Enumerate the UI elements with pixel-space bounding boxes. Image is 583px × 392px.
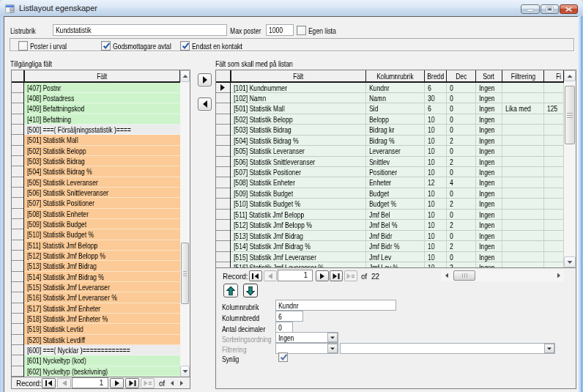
row-selector[interactable] [12,135,23,145]
selected-field-cell[interactable]: [509] Statistik Budget [231,188,366,199]
selected-field-cell[interactable]: Ingen [476,114,502,125]
available-field-cell[interactable]: [508] Statistik Enheter [24,209,180,219]
selected-field-cell[interactable]: Bidrag % [366,136,425,146]
selected-first-record-button[interactable] [249,270,262,281]
available-scroll-down-button[interactable] [180,366,190,377]
selected-field-row[interactable]: [501] Statistik MallSid60IngenLika med12… [216,103,564,114]
available-field-row[interactable]: [515] Statistik Jmf Leveranser [12,282,180,292]
selected-field-cell[interactable]: Jmf Bidr [366,231,425,241]
selected-field-cell[interactable] [502,125,544,135]
selected-field-cell[interactable]: 0 [447,146,476,156]
selected-scroll-down-button[interactable] [564,256,576,267]
row-selector[interactable] [216,241,230,251]
selected-field-cell[interactable]: Ingen [476,103,502,114]
row-selector[interactable] [216,114,230,125]
selected-field-cell[interactable]: 0 [447,167,476,177]
selected-field-cell[interactable]: 10 [425,210,447,220]
available-field-row[interactable]: [511] Statistik Jmf Belopp [12,240,180,251]
available-field-cell[interactable]: [517] Statistik Jmf Enheter [24,303,180,314]
selected-field-row[interactable]: [508] Statistik EnheterEnheter124Ingen [216,177,564,188]
available-field-row[interactable]: [508] Statistik Enheter [12,209,180,219]
row-selector[interactable] [12,292,23,303]
available-field-cell[interactable]: [516] Statistik Jmf Leveranser % [24,292,180,303]
selected-record-number-input[interactable]: 1 [278,270,313,281]
available-field-row[interactable]: [601] Nyckeltyp (kod) [12,355,180,366]
selected-hscroll-left-button[interactable] [441,270,452,281]
selected-field-cell[interactable]: [505] Statistik Leveranser [231,146,366,156]
selected-field-cell[interactable]: 0 [447,252,476,262]
selected-field-cell[interactable] [544,83,564,93]
available-hscroll-left-button[interactable] [168,378,177,388]
available-scroll-thumb[interactable] [181,243,189,304]
selected-field-cell[interactable] [544,114,564,125]
selected-field-cell[interactable]: Leveranser [366,146,425,156]
available-field-row[interactable]: [513] Statistik Jmf Bidrag [12,261,180,271]
minimize-button[interactable] [521,4,540,14]
selected-field-row[interactable]: [512] Statistik Jmf Belopp %Jmf Bel %102… [216,220,564,230]
selected-field-cell[interactable]: Ingen [476,93,502,103]
selected-field-cell[interactable]: [513] Statistik Jmf Bidrag [231,231,366,241]
selected-field-cell[interactable]: 0 [447,103,476,114]
selected-field-cell[interactable] [544,252,564,262]
row-selector[interactable] [12,114,23,125]
selected-field-cell[interactable]: 0 [447,210,476,220]
selected-field-cell[interactable]: Kundnr [366,83,425,93]
selected-field-cell[interactable]: Positioner [366,167,425,177]
selected-scroll-thumb[interactable] [565,86,575,144]
row-selector[interactable] [12,324,23,334]
row-selector[interactable] [216,177,230,188]
selected-field-cell[interactable] [502,220,544,230]
available-field-row[interactable]: [408] Postadress [12,93,180,103]
row-selector[interactable] [216,136,230,146]
max-poster-input[interactable]: 1000 [266,24,294,36]
selected-field-cell[interactable]: 2 [447,136,476,146]
available-field-cell[interactable]: [512] Statistik Jmf Belopp % [24,251,180,261]
title-bar[interactable]: Listlayout egenskaper [0,0,583,16]
available-record-number-input[interactable]: 1 [72,377,108,388]
row-selector[interactable] [216,220,230,230]
selected-field-cell[interactable]: 0 [447,188,476,199]
selected-hscroll-thumb[interactable] [453,270,475,281]
available-field-row[interactable]: [504] Statistik Bidrag % [12,166,180,177]
selected-field-cell[interactable] [544,157,564,167]
selected-field-cell[interactable]: [102] Namn [231,93,366,103]
selected-field-cell[interactable]: [101] Kundnummer [231,83,366,93]
sorteringsordning-combo[interactable]: Ingen [275,332,338,343]
row-selector[interactable] [216,210,230,220]
selected-field-row[interactable]: [505] Statistik LeveranserLeveranser100I… [216,146,564,156]
current-record-selector[interactable] [216,83,230,93]
available-previous-record-button[interactable] [57,378,71,388]
selected-next-record-button[interactable] [316,270,329,281]
selected-field-cell[interactable]: 6 [425,103,447,114]
available-field-row[interactable]: [512] Statistik Jmf Belopp % [12,251,180,261]
selected-field-cell[interactable] [544,167,564,177]
row-selector[interactable] [216,199,230,209]
selected-field-cell[interactable]: 0 [447,93,476,103]
listrubrik-input[interactable]: Kundstatistik [53,24,227,36]
selected-field-cell[interactable]: 0 [447,114,476,125]
row-selector[interactable] [12,335,23,345]
selected-field-cell[interactable]: 10 [425,167,447,177]
selected-field-cell[interactable] [502,83,544,93]
selected-field-cell[interactable]: Ingen [476,125,502,135]
dropdown-button[interactable] [327,333,338,342]
available-field-cell[interactable]: [601] Nyckeltyp (kod) [24,355,180,366]
poster-i-urval-checkbox[interactable] [18,41,28,51]
selected-field-cell[interactable]: Namn [366,93,425,103]
selected-field-row[interactable]: [102] NamnNamn300Ingen [216,93,564,103]
selected-field-cell[interactable]: Enheter [366,177,425,188]
selected-field-row[interactable]: [514] Statistik Jmf Bidrag %Jmf Bidr %10… [216,241,564,251]
selected-field-cell[interactable] [544,220,564,230]
available-field-cell[interactable]: [500] ===( Försäljningsstatistik )==== [24,125,180,135]
selected-field-cell[interactable]: Bidrag kr [366,125,425,135]
selected-field-cell[interactable] [544,231,564,241]
selected-field-cell[interactable]: Ingen [476,241,502,251]
available-field-row[interactable]: [410] Befattning [12,114,180,125]
available-field-row[interactable]: [602] Nyckeltyp (beskrivning) [12,366,180,377]
selected-field-cell[interactable]: 10 [425,252,447,262]
available-field-row[interactable]: [501] Statistik Mall [12,135,180,145]
filtrering-value-combo[interactable] [340,343,555,354]
egen-lista-checkbox[interactable] [297,26,306,35]
selected-field-row[interactable]: [513] Statistik Jmf BidragJmf Bidr100Ing… [216,231,564,241]
selected-field-cell[interactable] [502,188,544,199]
